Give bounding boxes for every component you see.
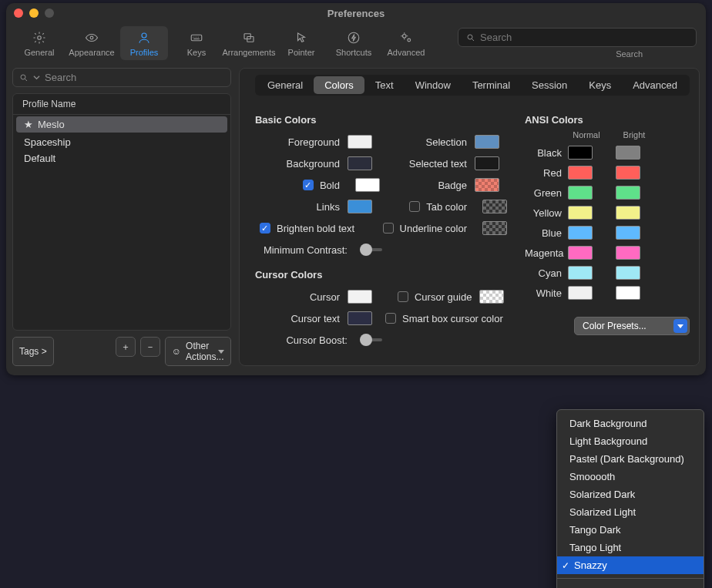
underline-color-swatch[interactable]: [482, 221, 507, 235]
minimize-icon[interactable]: [29, 8, 39, 18]
min-contrast-slider[interactable]: [360, 248, 382, 251]
tab-general[interactable]: General: [15, 26, 63, 60]
person-icon: [136, 31, 153, 45]
ansi-label: Green: [525, 187, 568, 199]
ansi-normal-swatch[interactable]: [568, 286, 593, 300]
subtab-colors[interactable]: Colors: [314, 76, 364, 94]
toolbar: General Appearance Profiles Keys Arrange…: [6, 23, 706, 68]
other-actions-label: Other Actions...: [186, 341, 224, 362]
close-icon[interactable]: [14, 8, 23, 18]
ansi-normal-swatch[interactable]: [568, 266, 593, 280]
ansi-bright-swatch[interactable]: [616, 226, 640, 240]
bold-checkbox[interactable]: [303, 180, 314, 190]
selected-text-label: Selected text: [382, 158, 475, 170]
tab-profiles[interactable]: Profiles: [120, 26, 168, 60]
ansi-bright-swatch[interactable]: [616, 186, 640, 200]
svg-point-8: [408, 39, 411, 42]
min-contrast-label: Minimum Contrast:: [255, 244, 355, 256]
star-icon: ★: [24, 119, 33, 130]
tags-button[interactable]: Tags >: [12, 337, 54, 366]
preset-item[interactable]: Pastel (Dark Background): [557, 450, 704, 468]
badge-swatch[interactable]: [475, 178, 499, 192]
tab-arrangements[interactable]: Arrangements: [225, 26, 273, 60]
preset-item[interactable]: Tango Dark: [557, 521, 704, 539]
links-swatch[interactable]: [348, 200, 372, 213]
subtab-terminal[interactable]: Terminal: [462, 76, 521, 94]
zoom-icon[interactable]: [45, 8, 54, 18]
tab-shortcuts[interactable]: Shortcuts: [330, 26, 378, 60]
color-presets-button[interactable]: Color Presets...: [574, 317, 690, 335]
ansi-bright-swatch[interactable]: [616, 266, 640, 280]
ansi-normal-swatch[interactable]: [568, 146, 593, 160]
cursor-text-swatch[interactable]: [348, 311, 372, 325]
preset-item[interactable]: Smooooth: [557, 468, 704, 486]
profile-search[interactable]: Search: [12, 68, 231, 87]
tab-pointer[interactable]: Pointer: [277, 26, 325, 60]
preset-item[interactable]: Solarized Light: [557, 503, 704, 521]
tab-appearance[interactable]: Appearance: [68, 26, 116, 60]
toolbar-items: General Appearance Profiles Keys Arrange…: [15, 26, 430, 60]
other-actions-menu[interactable]: ☺ Other Actions...: [165, 337, 231, 366]
subtab-advanced[interactable]: Advanced: [622, 76, 688, 94]
preset-item[interactable]: Solarized Dark: [557, 486, 704, 503]
preset-item[interactable]: Tango Light: [557, 539, 704, 556]
chevron-down-icon: [673, 319, 687, 333]
toolbar-search[interactable]: Search: [458, 28, 697, 47]
tab-keys[interactable]: Keys: [173, 26, 220, 60]
add-profile-button[interactable]: ＋: [116, 337, 136, 357]
svg-point-0: [38, 36, 42, 40]
ansi-bright-swatch[interactable]: [616, 246, 640, 260]
bold-swatch[interactable]: [355, 178, 380, 192]
ansi-normal-swatch[interactable]: [568, 206, 593, 220]
eye-icon: [83, 31, 100, 45]
svg-point-1: [90, 36, 93, 39]
background-swatch[interactable]: [348, 156, 372, 170]
ansi-normal-swatch[interactable]: [568, 246, 593, 260]
preset-item-selected[interactable]: Snazzy: [557, 556, 704, 574]
selection-swatch[interactable]: [475, 135, 499, 149]
ansi-bright-swatch[interactable]: [616, 146, 640, 160]
tab-label: General: [24, 48, 54, 57]
ansi-normal-swatch[interactable]: [568, 226, 593, 240]
svg-point-10: [21, 75, 25, 79]
preset-item[interactable]: Dark Background: [557, 415, 704, 432]
ansi-label: Red: [525, 167, 568, 179]
svg-rect-3: [191, 35, 202, 41]
ansi-normal-swatch[interactable]: [568, 186, 593, 200]
cursor-swatch[interactable]: [348, 290, 372, 304]
ansi-label: Cyan: [525, 267, 568, 279]
ansi-bright-swatch[interactable]: [616, 166, 640, 180]
smart-box-checkbox[interactable]: [385, 313, 396, 324]
selected-text-swatch[interactable]: [475, 156, 499, 170]
tab-advanced[interactable]: Advanced: [382, 26, 430, 60]
subtab-window[interactable]: Window: [405, 76, 462, 94]
subtab-session[interactable]: Session: [521, 76, 578, 94]
cursor-guide-checkbox[interactable]: [398, 291, 408, 302]
cursor-guide-swatch[interactable]: [479, 290, 504, 304]
cursor-boost-slider[interactable]: [360, 338, 382, 341]
subtab-text[interactable]: Text: [364, 76, 405, 94]
brighten-checkbox[interactable]: [260, 223, 270, 234]
foreground-swatch[interactable]: [348, 135, 372, 149]
ansi-row: Magenta: [525, 243, 690, 263]
preset-item[interactable]: Light Background: [557, 432, 704, 450]
ansi-normal-swatch[interactable]: [568, 166, 593, 180]
tab-color-swatch[interactable]: [482, 200, 507, 213]
subtab-general[interactable]: General: [257, 76, 314, 94]
ansi-normal-header: Normal: [571, 130, 602, 139]
ansi-bright-swatch[interactable]: [616, 286, 640, 300]
ansi-label: Yellow: [525, 207, 568, 219]
underline-color-checkbox[interactable]: [383, 223, 394, 234]
tab-color-checkbox[interactable]: [409, 201, 420, 212]
profile-editor: General Colors Text Window Terminal Sess…: [239, 68, 700, 366]
subtab-keys[interactable]: Keys: [578, 76, 622, 94]
profile-row[interactable]: Spaceship: [13, 134, 230, 150]
profile-row[interactable]: ★ Meslo: [16, 116, 227, 133]
ansi-bright-swatch[interactable]: [616, 206, 640, 220]
remove-profile-button[interactable]: －: [140, 337, 160, 357]
preset-action[interactable]: Import...: [557, 583, 704, 588]
tab-label: Appearance: [69, 48, 114, 57]
tab-label: Profiles: [130, 48, 159, 57]
foreground-label: Foreground: [255, 136, 348, 148]
profile-row[interactable]: Default: [13, 150, 230, 166]
